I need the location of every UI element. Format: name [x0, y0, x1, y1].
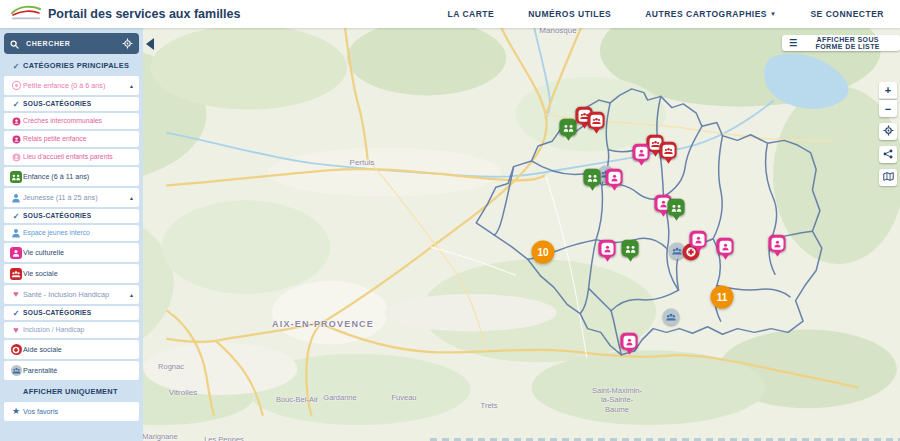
map-marker-vie-culturelle[interactable] — [621, 333, 638, 350]
check-icon: ✓ — [9, 100, 23, 109]
item-label: Vie culturelle — [23, 249, 134, 257]
map-marker-vie-culturelle[interactable] — [717, 238, 734, 255]
check-icon: ✓ — [9, 212, 23, 221]
sidebar-item-creches-intercommunales[interactable]: Crèches intercommunales — [4, 113, 139, 129]
sidebar-item-lieu-d-accueil-enfants-parents[interactable]: Lieu d'accueil enfants parents — [4, 149, 139, 165]
family-icon — [672, 242, 683, 260]
item-label: SOUS-CATÉGORIES — [23, 309, 134, 316]
sidebar-item-petite-enfance-0-a-6-ans[interactable]: Petite enfance (0 à 6 ans)▲ — [4, 76, 139, 95]
map-marker-vie-culturelle[interactable] — [599, 240, 616, 257]
nav-item-autres-cartographies[interactable]: AUTRES CARTOGRAPHIES▼ — [645, 9, 776, 19]
children-icon — [668, 199, 685, 216]
share-button[interactable] — [879, 146, 897, 163]
item-label: AFFICHER UNIQUEMENT — [23, 388, 134, 396]
nav-item-se-connecter[interactable]: SE CONNECTER — [810, 9, 884, 19]
sidebar-item-relais-petite-enfance[interactable]: Relais petite enfance — [4, 131, 139, 147]
collapse-section-icon[interactable]: ▲ — [129, 195, 134, 201]
family-icon — [9, 365, 23, 376]
sidebar-collapse-arrow-icon[interactable] — [146, 38, 154, 50]
dot-icon — [9, 153, 23, 162]
item-label: SOUS-CATÉGORIES — [23, 212, 134, 219]
item-label: Vos favoris — [23, 408, 134, 416]
item-label: SOUS-CATÉGORIES — [23, 100, 134, 107]
children-icon — [560, 119, 577, 136]
person-icon — [635, 146, 647, 158]
map-marker-enfance[interactable] — [560, 119, 577, 136]
item-label: Petite enfance (0 à 6 ans) — [23, 82, 127, 90]
item-label: Santé - Inclusion Handicap — [23, 291, 127, 299]
collapse-section-icon[interactable]: ▲ — [129, 292, 134, 298]
item-label: Relais petite enfance — [23, 135, 134, 142]
zoom-out-button[interactable]: − — [879, 100, 897, 117]
sidebar-item-enfance-6-a-11-ans[interactable]: Enfance (6 à 11 ans) — [4, 167, 139, 186]
map-marker-enfance[interactable] — [584, 169, 601, 186]
group-square-icon — [9, 268, 23, 280]
geolocate-button[interactable] — [879, 123, 897, 140]
sidebar-item-sous-categories: ✓SOUS-CATÉGORIES — [4, 209, 139, 223]
map-marker-vie-culturelle[interactable] — [769, 235, 786, 252]
lifebuoy-icon — [9, 344, 23, 355]
show-as-list-label: AFFICHER SOUS FORME DE LISTE — [802, 36, 893, 50]
brand[interactable]: Portail des services aux familles — [10, 4, 240, 25]
sidebar-item-parentalite[interactable]: Parentalité — [4, 361, 139, 380]
check-icon: ✓ — [9, 62, 23, 71]
cluster-marker[interactable]: 11 — [711, 286, 734, 309]
sidebar-item-vie-culturelle[interactable]: Vie culturelle — [4, 243, 139, 262]
collapse-section-icon[interactable]: ▲ — [129, 83, 134, 89]
chevron-down-icon: ▼ — [770, 11, 776, 17]
nav-item-numeros-utiles[interactable]: NUMÉROS UTILES — [528, 9, 611, 19]
nav-item-la-carte[interactable]: LA CARTE — [448, 9, 495, 19]
baby-icon — [9, 80, 23, 91]
item-label: Espace jeunes interco — [23, 229, 134, 236]
sidebar-section-categories-principales: ✓CATÉGORIES PRINCIPALES — [4, 59, 139, 74]
person-icon — [692, 233, 704, 245]
map-marker-vie-culturelle[interactable] — [606, 169, 623, 186]
filters-sidebar: ✓CATÉGORIES PRINCIPALESPetite enfance (0… — [0, 28, 143, 441]
map-layers-icon — [883, 171, 894, 184]
sidebar-item-sante-inclusion-handicap[interactable]: ♥Santé - Inclusion Handicap▲ — [4, 285, 139, 304]
map-layers-button[interactable] — [879, 169, 897, 186]
item-label: Vie sociale — [23, 270, 134, 278]
sidebar-section-afficher-uniquement: AFFICHER UNIQUEMENT — [4, 385, 139, 400]
zoom-in-button[interactable]: + — [879, 82, 897, 99]
sidebar-item-aide-sociale[interactable]: Aide sociale — [4, 340, 139, 359]
search-input[interactable] — [24, 39, 117, 48]
share-icon — [883, 149, 893, 161]
sidebar-item-sous-categories: ✓SOUS-CATÉGORIES — [4, 306, 139, 320]
person-icon — [601, 242, 613, 254]
page-title: Portail des services aux familles — [48, 7, 240, 21]
category-list: ✓CATÉGORIES PRINCIPALESPetite enfance (0… — [4, 59, 139, 421]
map-marker-vie-culturelle[interactable] — [633, 144, 650, 161]
geolocate-search-icon[interactable] — [122, 35, 133, 53]
show-as-list-button[interactable]: ☰ AFFICHER SOUS FORME DE LISTE — [782, 35, 900, 51]
item-label: Inclusion / Handicap — [23, 326, 134, 333]
sidebar-item-vie-sociale[interactable]: Vie sociale — [4, 264, 139, 283]
sidebar-item-espace-jeunes-interco[interactable]: Espace jeunes interco — [4, 225, 139, 241]
map-marker-vie-sociale[interactable] — [660, 142, 677, 159]
check-icon: ✓ — [9, 309, 23, 318]
children-icon — [622, 240, 639, 257]
cluster-marker[interactable]: 10 — [532, 241, 555, 264]
map-marker-vie-culturelle[interactable] — [690, 231, 707, 248]
map-marker-enfance[interactable] — [668, 199, 685, 216]
item-label: Crèches intercommunales — [23, 117, 134, 124]
nav-label: AUTRES CARTOGRAPHIES — [645, 9, 767, 19]
top-bar: Portail des services aux familles LA CAR… — [0, 0, 900, 28]
group-icon — [590, 114, 602, 126]
search-bar[interactable] — [4, 33, 139, 54]
geolocate-icon — [883, 125, 894, 138]
heart-icon: ♥ — [9, 326, 23, 335]
sidebar-item-inclusion-handicap[interactable]: ♥Inclusion / Handicap — [4, 322, 139, 338]
sidebar-item-jeunesse-11-a-25-ans[interactable]: Jeunesse (11 à 25 ans)▲ — [4, 188, 139, 207]
app-window: ManosquePertuisAIX-EN-PROVENCERognacVitr… — [0, 0, 900, 441]
sidebar-item-sous-categories: ✓SOUS-CATÉGORIES — [4, 97, 139, 111]
map-marker-vie-sociale[interactable] — [588, 112, 605, 129]
map-marker-enfance[interactable] — [622, 240, 639, 257]
agglomeration-logo-icon — [10, 4, 42, 25]
item-label: Aide sociale — [23, 346, 134, 354]
sidebar-item-vos-favoris[interactable]: ★Vos favoris — [4, 402, 139, 421]
heart-icon: ♥ — [9, 290, 23, 299]
map-marker-parentalite[interactable] — [663, 309, 680, 326]
item-label: Enfance (6 à 11 ans) — [23, 173, 134, 181]
person-icon — [771, 237, 783, 249]
